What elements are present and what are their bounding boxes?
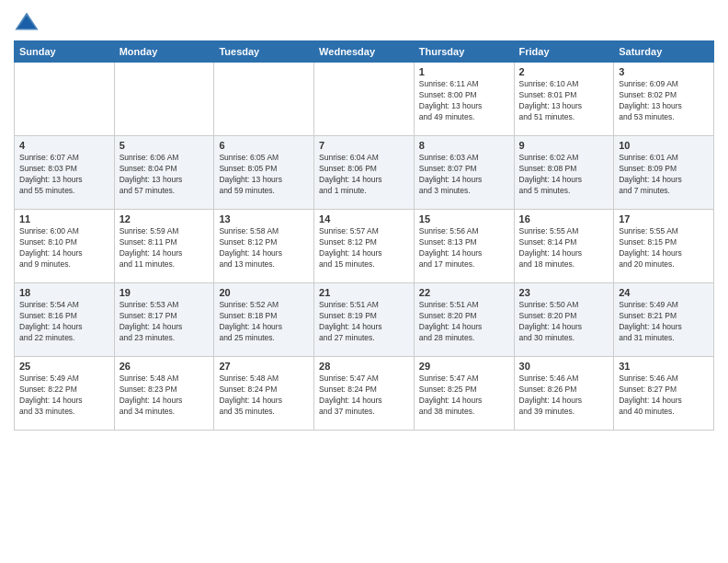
day-info: Sunrise: 5:46 AM Sunset: 8:27 PM Dayligh… bbox=[619, 373, 709, 418]
calendar: SundayMondayTuesdayWednesdayThursdayFrid… bbox=[14, 40, 714, 431]
calendar-cell: 24Sunrise: 5:49 AM Sunset: 8:21 PM Dayli… bbox=[614, 283, 714, 357]
day-number: 24 bbox=[619, 287, 709, 298]
calendar-cell: 19Sunrise: 5:53 AM Sunset: 8:17 PM Dayli… bbox=[114, 283, 214, 357]
calendar-header-row: SundayMondayTuesdayWednesdayThursdayFrid… bbox=[15, 41, 714, 63]
day-info: Sunrise: 5:51 AM Sunset: 8:20 PM Dayligh… bbox=[419, 300, 509, 344]
calendar-cell: 12Sunrise: 5:59 AM Sunset: 8:11 PM Dayli… bbox=[114, 210, 214, 283]
day-number: 15 bbox=[419, 213, 509, 224]
day-info: Sunrise: 5:49 AM Sunset: 8:21 PM Dayligh… bbox=[619, 300, 709, 344]
day-info: Sunrise: 6:06 AM Sunset: 8:04 PM Dayligh… bbox=[119, 153, 210, 197]
calendar-cell: 8Sunrise: 6:03 AM Sunset: 8:07 PM Daylig… bbox=[414, 136, 514, 210]
day-number: 17 bbox=[619, 213, 709, 224]
calendar-cell: 1Sunrise: 6:11 AM Sunset: 8:00 PM Daylig… bbox=[414, 63, 514, 136]
calendar-cell: 29Sunrise: 5:47 AM Sunset: 8:25 PM Dayli… bbox=[414, 357, 514, 431]
calendar-header-saturday: Saturday bbox=[614, 41, 714, 63]
day-number: 8 bbox=[419, 140, 509, 151]
day-info: Sunrise: 5:58 AM Sunset: 8:12 PM Dayligh… bbox=[219, 226, 309, 270]
day-number: 22 bbox=[419, 287, 509, 298]
calendar-cell: 17Sunrise: 5:55 AM Sunset: 8:15 PM Dayli… bbox=[614, 210, 714, 283]
day-number: 1 bbox=[419, 66, 509, 77]
day-number: 6 bbox=[219, 140, 309, 151]
day-info: Sunrise: 5:54 AM Sunset: 8:16 PM Dayligh… bbox=[19, 300, 109, 344]
calendar-cell: 6Sunrise: 6:05 AM Sunset: 8:05 PM Daylig… bbox=[214, 136, 314, 210]
calendar-cell: 21Sunrise: 5:51 AM Sunset: 8:19 PM Dayli… bbox=[314, 283, 415, 357]
day-number: 25 bbox=[19, 361, 109, 372]
day-number: 31 bbox=[619, 361, 709, 372]
calendar-header-monday: Monday bbox=[114, 41, 214, 63]
calendar-cell bbox=[15, 63, 115, 136]
day-info: Sunrise: 5:48 AM Sunset: 8:24 PM Dayligh… bbox=[219, 373, 309, 418]
calendar-header-friday: Friday bbox=[514, 41, 614, 63]
day-info: Sunrise: 5:56 AM Sunset: 8:13 PM Dayligh… bbox=[419, 226, 509, 270]
day-number: 5 bbox=[119, 140, 210, 151]
calendar-cell: 11Sunrise: 6:00 AM Sunset: 8:10 PM Dayli… bbox=[15, 210, 115, 283]
day-number: 28 bbox=[319, 361, 409, 372]
day-number: 19 bbox=[119, 287, 210, 298]
calendar-header-sunday: Sunday bbox=[15, 41, 115, 63]
day-number: 4 bbox=[19, 140, 109, 151]
day-number: 23 bbox=[519, 287, 609, 298]
day-info: Sunrise: 6:10 AM Sunset: 8:01 PM Dayligh… bbox=[519, 79, 609, 123]
page: SundayMondayTuesdayWednesdayThursdayFrid… bbox=[0, 0, 728, 563]
calendar-week-2: 4Sunrise: 6:07 AM Sunset: 8:03 PM Daylig… bbox=[15, 136, 714, 210]
day-number: 20 bbox=[219, 287, 309, 298]
day-number: 13 bbox=[219, 213, 309, 224]
day-info: Sunrise: 5:55 AM Sunset: 8:14 PM Dayligh… bbox=[519, 226, 609, 270]
calendar-cell: 27Sunrise: 5:48 AM Sunset: 8:24 PM Dayli… bbox=[214, 357, 314, 431]
day-info: Sunrise: 6:02 AM Sunset: 8:08 PM Dayligh… bbox=[519, 153, 609, 197]
day-number: 2 bbox=[519, 66, 609, 77]
day-number: 26 bbox=[119, 361, 210, 372]
day-info: Sunrise: 6:00 AM Sunset: 8:10 PM Dayligh… bbox=[19, 226, 109, 270]
calendar-cell: 23Sunrise: 5:50 AM Sunset: 8:20 PM Dayli… bbox=[514, 283, 614, 357]
calendar-cell: 13Sunrise: 5:58 AM Sunset: 8:12 PM Dayli… bbox=[214, 210, 314, 283]
calendar-header-wednesday: Wednesday bbox=[314, 41, 415, 63]
calendar-cell: 7Sunrise: 6:04 AM Sunset: 8:06 PM Daylig… bbox=[314, 136, 415, 210]
calendar-cell: 22Sunrise: 5:51 AM Sunset: 8:20 PM Dayli… bbox=[414, 283, 514, 357]
calendar-week-5: 25Sunrise: 5:49 AM Sunset: 8:22 PM Dayli… bbox=[15, 357, 714, 431]
calendar-cell: 2Sunrise: 6:10 AM Sunset: 8:01 PM Daylig… bbox=[514, 63, 614, 136]
day-number: 14 bbox=[319, 213, 409, 224]
day-info: Sunrise: 5:57 AM Sunset: 8:12 PM Dayligh… bbox=[319, 226, 409, 270]
day-number: 7 bbox=[319, 140, 409, 151]
day-info: Sunrise: 5:59 AM Sunset: 8:11 PM Dayligh… bbox=[119, 226, 210, 270]
day-number: 21 bbox=[319, 287, 409, 298]
calendar-cell: 25Sunrise: 5:49 AM Sunset: 8:22 PM Dayli… bbox=[15, 357, 115, 431]
calendar-cell: 9Sunrise: 6:02 AM Sunset: 8:08 PM Daylig… bbox=[514, 136, 614, 210]
day-info: Sunrise: 5:51 AM Sunset: 8:19 PM Dayligh… bbox=[319, 300, 409, 344]
day-number: 29 bbox=[419, 361, 509, 372]
calendar-week-1: 1Sunrise: 6:11 AM Sunset: 8:00 PM Daylig… bbox=[15, 63, 714, 136]
day-number: 27 bbox=[219, 361, 309, 372]
calendar-cell: 18Sunrise: 5:54 AM Sunset: 8:16 PM Dayli… bbox=[15, 283, 115, 357]
calendar-cell: 31Sunrise: 5:46 AM Sunset: 8:27 PM Dayli… bbox=[614, 357, 714, 431]
day-info: Sunrise: 5:55 AM Sunset: 8:15 PM Dayligh… bbox=[619, 226, 709, 270]
calendar-week-3: 11Sunrise: 6:00 AM Sunset: 8:10 PM Dayli… bbox=[15, 210, 714, 283]
day-number: 30 bbox=[519, 361, 609, 372]
calendar-header-thursday: Thursday bbox=[414, 41, 514, 63]
day-number: 18 bbox=[19, 287, 109, 298]
day-number: 16 bbox=[519, 213, 609, 224]
calendar-cell: 16Sunrise: 5:55 AM Sunset: 8:14 PM Dayli… bbox=[514, 210, 614, 283]
day-number: 12 bbox=[119, 213, 210, 224]
calendar-header-tuesday: Tuesday bbox=[214, 41, 314, 63]
calendar-cell bbox=[214, 63, 314, 136]
calendar-cell bbox=[114, 63, 214, 136]
calendar-cell: 15Sunrise: 5:56 AM Sunset: 8:13 PM Dayli… bbox=[414, 210, 514, 283]
day-info: Sunrise: 5:53 AM Sunset: 8:17 PM Dayligh… bbox=[119, 300, 210, 344]
calendar-cell bbox=[314, 63, 415, 136]
calendar-cell: 5Sunrise: 6:06 AM Sunset: 8:04 PM Daylig… bbox=[114, 136, 214, 210]
day-info: Sunrise: 6:05 AM Sunset: 8:05 PM Dayligh… bbox=[219, 153, 309, 197]
day-info: Sunrise: 5:48 AM Sunset: 8:23 PM Dayligh… bbox=[119, 373, 210, 418]
logo bbox=[14, 9, 41, 35]
day-number: 9 bbox=[519, 140, 609, 151]
header bbox=[14, 9, 714, 35]
day-number: 10 bbox=[619, 140, 709, 151]
calendar-cell: 20Sunrise: 5:52 AM Sunset: 8:18 PM Dayli… bbox=[214, 283, 314, 357]
day-info: Sunrise: 5:49 AM Sunset: 8:22 PM Dayligh… bbox=[19, 373, 109, 418]
calendar-cell: 26Sunrise: 5:48 AM Sunset: 8:23 PM Dayli… bbox=[114, 357, 214, 431]
day-info: Sunrise: 6:01 AM Sunset: 8:09 PM Dayligh… bbox=[619, 153, 709, 197]
day-info: Sunrise: 6:07 AM Sunset: 8:03 PM Dayligh… bbox=[19, 153, 109, 197]
day-info: Sunrise: 5:52 AM Sunset: 8:18 PM Dayligh… bbox=[219, 300, 309, 344]
calendar-cell: 28Sunrise: 5:47 AM Sunset: 8:24 PM Dayli… bbox=[314, 357, 415, 431]
day-info: Sunrise: 5:47 AM Sunset: 8:25 PM Dayligh… bbox=[419, 373, 509, 418]
calendar-cell: 30Sunrise: 5:46 AM Sunset: 8:26 PM Dayli… bbox=[514, 357, 614, 431]
